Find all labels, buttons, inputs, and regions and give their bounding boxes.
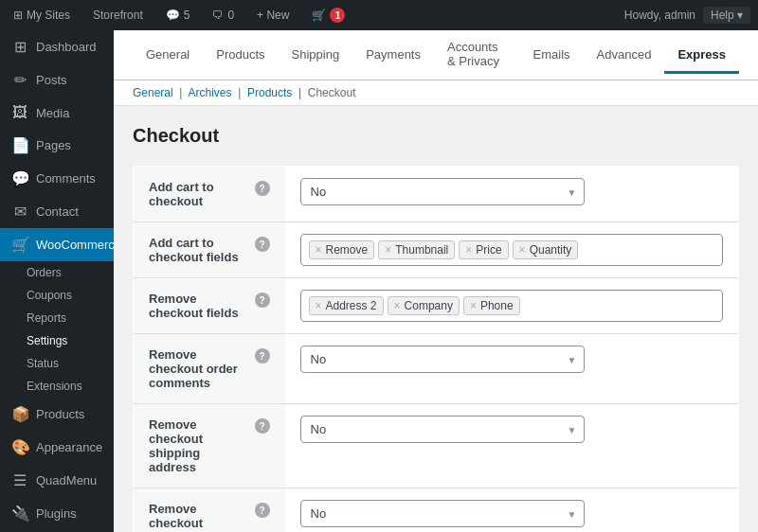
token-address2-btn[interactable]: ×: [316, 300, 322, 311]
sidebar-sub-orders[interactable]: Orders: [0, 261, 114, 284]
plugins-icon: 🔌: [11, 505, 28, 523]
sidebar-sub-status[interactable]: Status: [0, 352, 114, 375]
woo-sidebar-icon: 🛒: [11, 236, 28, 254]
sidebar-item-posts[interactable]: ✏ Posts: [0, 63, 114, 97]
token-price-btn[interactable]: ×: [465, 244, 472, 256]
field-label-remove-fields: Remove checkout fields ?: [134, 278, 285, 334]
help-icon-remove-fields[interactable]: ?: [255, 293, 270, 308]
field-cell-shipping-address: No Yes ▼: [285, 404, 739, 488]
field-cell-coupon-form: No Yes ▼: [285, 488, 739, 533]
wp-icon: ⊞: [13, 9, 23, 22]
token-phone-btn[interactable]: ×: [470, 300, 477, 311]
dashboard-icon: ⊞: [11, 38, 28, 56]
coupon-form-select[interactable]: No Yes: [300, 500, 585, 527]
tab-emails[interactable]: Emails: [520, 38, 584, 74]
media-icon: 🖼: [11, 104, 28, 121]
sidebar-item-quadmenu[interactable]: ☰ QuadMenu: [0, 464, 114, 497]
help-icon-shipping-address[interactable]: ?: [255, 418, 270, 434]
remove-fields-token-field[interactable]: × Address 2 × Company × Phone: [300, 290, 724, 322]
storefront-label: Storefront: [93, 9, 143, 22]
help-icon-coupon-form[interactable]: ?: [255, 503, 270, 518]
token-quantity-btn[interactable]: ×: [519, 244, 526, 256]
quadmenu-icon: ☰: [11, 471, 28, 489]
notification-badge: 1: [330, 8, 345, 23]
coupon-form-select-wrap: No Yes ▼: [300, 500, 585, 527]
help-button[interactable]: Help ▾: [703, 7, 750, 24]
sidebar-item-comments[interactable]: 💬 Comments: [0, 162, 114, 195]
sidebar-label-products: Products: [36, 407, 84, 421]
storefront-link[interactable]: Storefront: [87, 0, 149, 30]
products-icon: 📦: [11, 405, 28, 423]
sidebar-item-contact[interactable]: ✉ Contact: [0, 195, 114, 228]
my-sites-menu[interactable]: ⊞ My Sites: [8, 0, 76, 30]
tab-express[interactable]: Express: [664, 38, 739, 74]
sidebar-item-dashboard[interactable]: ⊞ Dashboard: [0, 30, 114, 63]
token-price: × Price: [459, 240, 508, 259]
sidebar-sub-settings[interactable]: Settings: [0, 329, 114, 352]
tab-accounts[interactable]: Accounts & Privacy: [434, 30, 520, 80]
sidebar-item-appearance[interactable]: 🎨 Appearance: [0, 431, 114, 464]
help-icon-cart-fields[interactable]: ?: [255, 237, 270, 252]
token-company-btn[interactable]: ×: [394, 300, 401, 311]
howdy-text: Howdy, admin: [624, 9, 695, 22]
tab-payments[interactable]: Payments: [352, 38, 434, 74]
content-wrap: General Products Shipping Payments Accou…: [114, 30, 758, 532]
sidebar-item-plugins[interactable]: 🔌 Plugins: [0, 497, 114, 530]
shipping-address-select[interactable]: No Yes: [300, 416, 585, 443]
comments-count: 5: [184, 9, 190, 22]
tab-general[interactable]: General: [133, 38, 203, 74]
top-bar-right: Howdy, admin Help ▾: [624, 7, 750, 24]
settings-form-table: Add cart to checkout ? No Yes ▼: [133, 166, 739, 532]
breadcrumb-archives[interactable]: Archives: [189, 86, 232, 99]
field-label-cart-fields: Add cart to checkout fields ?: [134, 222, 285, 278]
comments-link[interactable]: 💬 5: [160, 0, 196, 30]
page-title: Checkout: [133, 125, 739, 147]
shipping-address-select-wrap: No Yes ▼: [300, 416, 585, 443]
breadcrumb-products[interactable]: Products: [247, 86, 292, 99]
comments-icon: 💬: [11, 169, 28, 187]
sidebar-item-pages[interactable]: 📄 Pages: [0, 129, 114, 162]
table-row: Remove checkout shipping address ? No Ye…: [134, 404, 739, 488]
help-icon-add-cart[interactable]: ?: [255, 181, 270, 196]
token-remove: × Remove: [309, 240, 375, 259]
tab-shipping[interactable]: Shipping: [279, 38, 353, 74]
sidebar-label-dashboard: Dashboard: [36, 40, 97, 54]
sidebar-label-woocommerce: WooCommerce: [36, 238, 114, 252]
breadcrumb-general[interactable]: General: [133, 86, 173, 99]
table-row: Remove checkout fields ? × Address 2: [134, 278, 739, 334]
token-remove-btn[interactable]: ×: [316, 244, 322, 256]
order-comments-select[interactable]: No Yes: [300, 346, 585, 373]
sidebar-item-products[interactable]: 📦 Products: [0, 398, 114, 431]
new-label: + New: [257, 9, 289, 22]
token-quantity: × Quantity: [513, 240, 579, 259]
settings-tabs: General Products Shipping Payments Accou…: [114, 30, 758, 80]
sidebar-label-media: Media: [36, 106, 69, 120]
appearance-icon: 🎨: [11, 438, 28, 456]
tab-products[interactable]: Products: [203, 38, 278, 74]
sidebar-label-contact: Contact: [36, 204, 79, 219]
cart-fields-token-field[interactable]: × Remove × Thumbnail × Price: [300, 234, 724, 266]
top-bar: ⊞ My Sites Storefront 💬 5 🗨 0 + New 🛒 1 …: [0, 0, 758, 30]
add-cart-select[interactable]: No Yes: [300, 178, 585, 205]
help-icon-order-comments[interactable]: ?: [255, 348, 270, 364]
sidebar-sub-extensions[interactable]: Extensions: [0, 375, 114, 398]
new-button[interactable]: + New: [251, 0, 295, 30]
messages-link[interactable]: 🗨 0: [207, 0, 240, 30]
sidebar-sub-reports[interactable]: Reports: [0, 307, 114, 329]
sidebar-item-media[interactable]: 🖼 Media: [0, 97, 114, 129]
woo-notification[interactable]: 🛒 1: [306, 0, 351, 30]
tab-advanced[interactable]: Advanced: [584, 38, 665, 74]
field-label-coupon-form: Remove checkout coupon form ?: [134, 488, 285, 533]
field-cell-order-comments: No Yes ▼: [285, 334, 739, 404]
field-cell-cart-fields: × Remove × Thumbnail × Price: [285, 222, 739, 278]
token-thumbnail: × Thumbnail: [378, 240, 455, 259]
token-company: × Company: [388, 296, 460, 315]
woo-icon: 🛒: [312, 9, 326, 22]
field-label-shipping-address: Remove checkout shipping address ?: [134, 404, 285, 488]
sidebar-sub-coupons[interactable]: Coupons: [0, 284, 114, 307]
sidebar: ⊞ Dashboard ✏ Posts 🖼 Media 📄 Pages 💬 Co…: [0, 30, 114, 532]
posts-icon: ✏: [11, 71, 28, 89]
sidebar-label-quadmenu: QuadMenu: [36, 473, 97, 488]
token-thumbnail-btn[interactable]: ×: [385, 244, 391, 256]
sidebar-item-woocommerce[interactable]: 🛒 WooCommerce: [0, 228, 114, 261]
